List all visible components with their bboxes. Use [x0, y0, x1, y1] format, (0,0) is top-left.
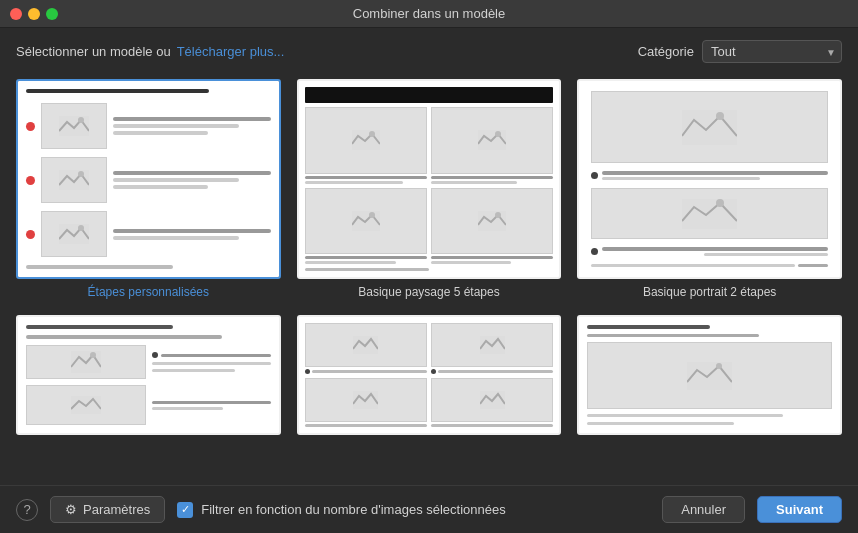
top-bar: Sélectionner un modèle ou Télécharger pl… [0, 28, 858, 71]
category-select[interactable]: Tout Paysage Portrait [702, 40, 842, 63]
template-thumb-5[interactable] [297, 315, 562, 435]
template-thumb-1[interactable] [16, 79, 281, 279]
svg-point-17 [716, 199, 724, 207]
next-button[interactable]: Suivant [757, 496, 842, 523]
template-thumb-4[interactable] [16, 315, 281, 435]
traffic-lights [10, 8, 58, 20]
help-button[interactable]: ? [16, 499, 38, 521]
dialog: Sélectionner un modèle ou Télécharger pl… [0, 28, 858, 533]
template-label-2: Basique paysage 5 étapes [358, 285, 499, 299]
svg-point-13 [495, 212, 501, 218]
gear-icon: ⚙ [65, 502, 77, 517]
template-item-basique-portrait[interactable]: Basique portrait 2 étapes [577, 79, 842, 299]
template-thumb-3[interactable] [577, 79, 842, 279]
svg-point-19 [90, 352, 96, 358]
template-item-basique-paysage[interactable]: Basique paysage 5 étapes [297, 79, 562, 299]
svg-point-5 [78, 225, 84, 231]
minimize-button[interactable] [28, 8, 40, 20]
zoom-button[interactable] [46, 8, 58, 20]
svg-point-15 [716, 112, 724, 120]
svg-point-7 [369, 131, 375, 137]
svg-point-9 [495, 131, 501, 137]
download-link[interactable]: Télécharger plus... [177, 44, 285, 59]
svg-rect-16 [682, 199, 737, 229]
svg-point-26 [716, 363, 722, 369]
template-thumb-2[interactable] [297, 79, 562, 279]
template-item-6[interactable] [577, 315, 842, 435]
top-bar-right: Catégorie Tout Paysage Portrait ▼ [638, 40, 842, 63]
template-grid: Étapes personnalisées [0, 71, 858, 485]
cancel-button[interactable]: Annuler [662, 496, 745, 523]
select-label: Sélectionner un modèle ou [16, 44, 171, 59]
checkmark-icon: ✓ [181, 503, 190, 516]
template-item-5[interactable] [297, 315, 562, 435]
template-item-etapes-personnalisees[interactable]: Étapes personnalisées [16, 79, 281, 299]
params-button[interactable]: ⚙ Paramètres [50, 496, 165, 523]
filter-checkbox[interactable]: ✓ [177, 502, 193, 518]
params-label: Paramètres [83, 502, 150, 517]
template-label-1: Étapes personnalisées [88, 285, 209, 299]
filter-label: Filtrer en fonction du nombre d'images s… [201, 502, 506, 517]
template-label-3: Basique portrait 2 étapes [643, 285, 776, 299]
svg-point-11 [369, 212, 375, 218]
category-select-wrapper[interactable]: Tout Paysage Portrait ▼ [702, 40, 842, 63]
category-label: Catégorie [638, 44, 694, 59]
bottom-bar: ? ⚙ Paramètres ✓ Filtrer en fonction du … [0, 485, 858, 533]
template-thumb-6[interactable] [577, 315, 842, 435]
svg-point-1 [78, 117, 84, 123]
top-bar-left: Sélectionner un modèle ou Télécharger pl… [16, 44, 284, 59]
close-button[interactable] [10, 8, 22, 20]
svg-point-3 [78, 171, 84, 177]
title-bar: Combiner dans un modèle [0, 0, 858, 28]
template-item-4[interactable] [16, 315, 281, 435]
window-title: Combiner dans un modèle [353, 6, 505, 21]
filter-checkbox-area: ✓ Filtrer en fonction du nombre d'images… [177, 502, 650, 518]
